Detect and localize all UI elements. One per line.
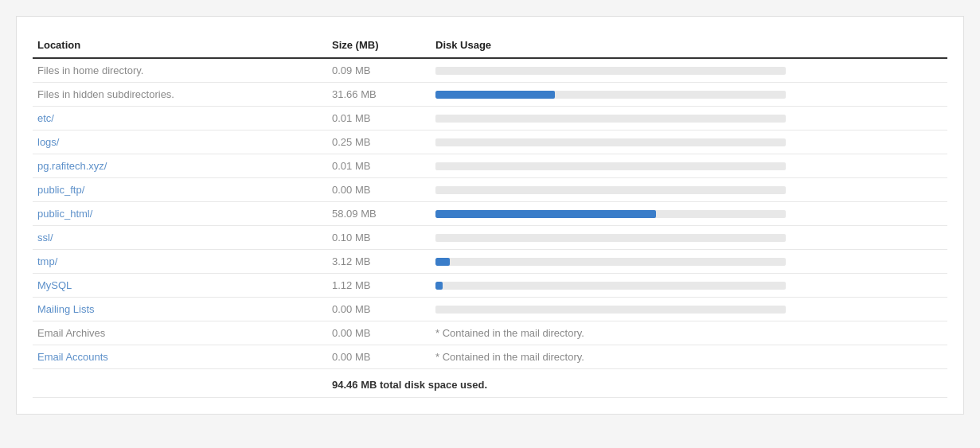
bar-container [435,138,943,146]
bar-background [435,115,786,123]
disk-usage-cell [431,107,947,131]
size-value: 0.01 MB [332,160,370,172]
size-value: 0.00 MB [332,327,370,339]
size-value: 0.00 MB [332,303,370,315]
bar-container [435,234,943,242]
bar-container [435,91,943,99]
bar-background [435,210,786,218]
size-value: 58.09 MB [332,208,377,220]
table-row: Mailing Lists0.00 MB [33,298,947,321]
location-link[interactable]: etc/ [37,112,54,124]
table-row: Files in hidden subdirectories.31.66 MB [33,83,947,107]
disk-usage-cell [431,154,947,178]
bar-background [435,91,786,99]
location-link[interactable]: tmp/ [37,255,57,267]
col-header-size: Size (MB) [327,33,431,58]
bar-container [435,162,943,170]
location-link[interactable]: public_html/ [37,208,92,220]
bar-background [435,234,786,242]
note-text: * Contained in the mail directory. [435,351,584,363]
size-value: 0.00 MB [332,184,370,196]
location-link[interactable]: logs/ [37,136,59,148]
location-link[interactable]: public_ftp/ [37,184,84,196]
total-label: 94.46 MB total disk space used. [332,379,487,391]
table-row: public_html/58.09 MB [33,202,947,226]
location-link[interactable]: Email Accounts [37,351,108,363]
disk-usage-cell [431,83,947,107]
disk-usage-cell: * Contained in the mail directory. [431,345,947,369]
table-row: etc/0.01 MB [33,107,947,131]
table-row: pg.rafitech.xyz/0.01 MB [33,154,947,178]
bar-background [435,306,786,314]
total-row: 94.46 MB total disk space used. [33,369,947,398]
table-row: Files in home directory.0.09 MB [33,58,947,83]
size-value: 0.00 MB [332,351,370,363]
bar-background [435,162,786,170]
size-value: 0.09 MB [332,64,370,76]
table-row: public_ftp/0.00 MB [33,178,947,202]
table-row: Email Archives0.00 MB* Contained in the … [33,321,947,345]
table-row: MySQL1.12 MB [33,274,947,298]
disk-usage-cell [431,178,947,202]
disk-usage-cell [431,131,947,154]
disk-usage-cell [431,298,947,321]
disk-usage-table: Location Size (MB) Disk Usage Files in h… [33,33,947,398]
disk-usage-cell [431,250,947,274]
size-value: 0.25 MB [332,136,370,148]
location-text: Files in home directory. [37,64,143,76]
disk-usage-cell [431,274,947,298]
table-row: Email Accounts0.00 MB* Contained in the … [33,345,947,369]
location-text: Files in hidden subdirectories. [37,88,174,100]
bar-background [435,138,786,146]
bar-fill [435,91,555,99]
table-header-row: Location Size (MB) Disk Usage [33,33,947,58]
table-row: ssl/0.10 MB [33,226,947,250]
size-value: 0.01 MB [332,112,370,124]
bar-container [435,186,943,194]
disk-usage-container: Location Size (MB) Disk Usage Files in h… [16,16,964,415]
bar-container [435,282,943,290]
location-text: Email Archives [37,327,105,339]
location-link[interactable]: pg.rafitech.xyz/ [37,160,107,172]
bar-fill [435,210,656,218]
bar-container [435,67,943,75]
col-header-location: Location [33,33,327,58]
bar-container [435,115,943,123]
bar-background [435,258,786,266]
table-row: tmp/3.12 MB [33,250,947,274]
bar-container [435,258,943,266]
location-link[interactable]: ssl/ [37,232,53,243]
bar-background [435,67,786,75]
bar-container [435,210,943,218]
bar-background [435,282,786,290]
size-value: 3.12 MB [332,255,370,267]
disk-usage-cell [431,202,947,226]
bar-background [435,186,786,194]
size-value: 0.10 MB [332,232,370,243]
bar-fill [435,282,443,290]
bar-container [435,306,943,314]
location-link[interactable]: MySQL [37,279,72,291]
col-header-diskusage: Disk Usage [431,33,947,58]
table-row: logs/0.25 MB [33,131,947,154]
size-value: 31.66 MB [332,88,377,100]
note-text: * Contained in the mail directory. [435,327,584,339]
location-link[interactable]: Mailing Lists [37,303,95,315]
disk-usage-cell: * Contained in the mail directory. [431,321,947,345]
disk-usage-cell [431,58,947,83]
bar-fill [435,258,450,266]
size-value: 1.12 MB [332,279,370,291]
disk-usage-cell [431,226,947,250]
